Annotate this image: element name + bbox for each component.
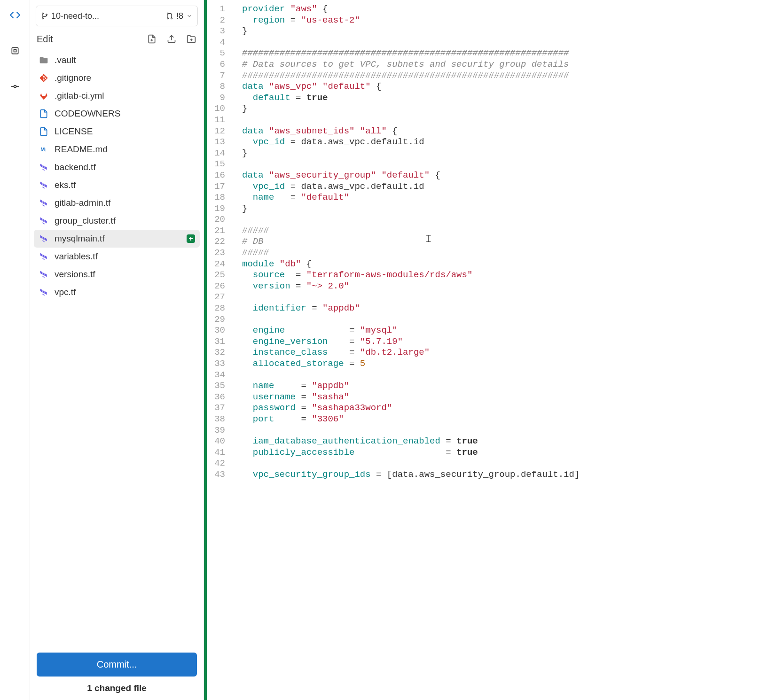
- file-item--gitignore[interactable]: .gitignore: [34, 69, 200, 87]
- line-number: 8: [207, 81, 225, 93]
- file-name: .vault: [55, 55, 76, 65]
- code-line[interactable]: [242, 370, 580, 381]
- code-line[interactable]: # Data sources to get VPC, subnets and s…: [242, 59, 580, 70]
- file-item-backend-tf[interactable]: backend.tf: [34, 158, 200, 176]
- tf-icon: [39, 251, 49, 262]
- md-icon: M↓: [39, 144, 49, 155]
- code-line[interactable]: [242, 425, 580, 436]
- commit-button[interactable]: Commit...: [37, 653, 197, 677]
- code-line[interactable]: name = "default": [242, 192, 580, 203]
- code-line[interactable]: vpc_security_group_ids = [data.aws_secur…: [242, 469, 580, 481]
- file-name: vpc.tf: [55, 287, 76, 297]
- code-line[interactable]: name = "appdb": [242, 381, 580, 392]
- file-item--vault[interactable]: .vault: [34, 51, 200, 69]
- line-number: 2: [207, 15, 225, 26]
- file-item-mysqlmain-tf[interactable]: mysqlmain.tf: [34, 230, 200, 248]
- line-number: 22: [207, 236, 225, 248]
- code-line[interactable]: }: [242, 203, 580, 215]
- line-number: 39: [207, 425, 225, 436]
- file-item-vpc-tf[interactable]: vpc.tf: [34, 283, 200, 301]
- line-number: 14: [207, 148, 225, 159]
- code-line[interactable]: source = "terraform-aws-modules/rds/aws": [242, 270, 580, 281]
- merge-request-id: !8: [176, 11, 183, 21]
- code-line[interactable]: password = "sashapa33word": [242, 403, 580, 414]
- code-line[interactable]: data "aws_subnet_ids" "all" {: [242, 126, 580, 137]
- code-line[interactable]: [242, 214, 580, 226]
- folder-icon: [39, 55, 49, 65]
- branch-icon: [41, 12, 48, 20]
- file-item-license[interactable]: LICENSE: [34, 123, 200, 140]
- file-item-eks-tf[interactable]: eks.tf: [34, 176, 200, 194]
- file-item-readme-md[interactable]: M↓README.md: [34, 140, 200, 158]
- upload-file-icon[interactable]: [167, 34, 177, 45]
- code-line[interactable]: data "aws_vpc" "default" {: [242, 81, 580, 93]
- file-item-group-cluster-tf[interactable]: group_cluster.tf: [34, 212, 200, 230]
- file-item-gitlab-admin-tf[interactable]: gitlab-admin.tf: [34, 194, 200, 212]
- code-line[interactable]: data "aws_security_group" "default" {: [242, 170, 580, 181]
- code-line[interactable]: engine = "mysql": [242, 325, 580, 336]
- review-icon[interactable]: [8, 44, 22, 57]
- file-name: CODEOWNERS: [55, 109, 120, 119]
- code-line[interactable]: provider "aws" {: [242, 4, 580, 15]
- file-item-versions-tf[interactable]: versions.tf: [34, 265, 200, 283]
- file-item--gitlab-ci-yml[interactable]: .gitlab-ci.yml: [34, 87, 200, 105]
- code-line[interactable]: ########################################…: [242, 48, 580, 59]
- line-number: 18: [207, 192, 225, 203]
- code-content[interactable]: provider "aws" { region = "us-east-2"} #…: [233, 0, 580, 700]
- code-line[interactable]: port = "3306": [242, 414, 580, 425]
- code-line[interactable]: username = "sasha": [242, 392, 580, 403]
- code-line[interactable]: }: [242, 148, 580, 159]
- code-line[interactable]: #####: [242, 248, 580, 259]
- tf-icon: [39, 233, 49, 244]
- code-line[interactable]: publicly_accessible = true: [242, 447, 580, 459]
- file-name: mysqlmain.tf: [55, 233, 105, 244]
- branch-name: 10-need-to...: [51, 11, 99, 21]
- code-line[interactable]: identifier = "appdb": [242, 303, 580, 314]
- line-number: 13: [207, 137, 225, 148]
- code-line[interactable]: region = "us-east-2": [242, 15, 580, 26]
- code-icon[interactable]: [8, 8, 22, 22]
- line-number: 9: [207, 93, 225, 104]
- code-line[interactable]: }: [242, 26, 580, 37]
- code-editor[interactable]: 1234567891011121314151617181920212223242…: [204, 0, 768, 700]
- line-number: 20: [207, 214, 225, 226]
- line-number: 15: [207, 159, 225, 170]
- code-line[interactable]: engine_version = "5.7.19": [242, 336, 580, 348]
- text-cursor-icon: 𝙸: [425, 232, 432, 245]
- tf-icon: [39, 269, 49, 280]
- file-name: backend.tf: [55, 162, 96, 172]
- code-line[interactable]: ########################################…: [242, 70, 580, 82]
- new-file-icon[interactable]: [147, 34, 157, 45]
- sidebar: 10-need-to... !8 Edit: [30, 0, 204, 700]
- tf-icon: [39, 198, 49, 208]
- code-line[interactable]: }: [242, 103, 580, 115]
- branch-selector[interactable]: 10-need-to... !8: [36, 6, 198, 26]
- code-line[interactable]: vpc_id = data.aws_vpc.default.id: [242, 181, 580, 193]
- tf-icon: [39, 180, 49, 190]
- code-line[interactable]: # DB: [242, 236, 580, 248]
- new-folder-icon[interactable]: [187, 34, 197, 45]
- file-name: README.md: [55, 144, 108, 155]
- file-name: .gitlab-ci.yml: [55, 91, 104, 101]
- code-line[interactable]: iam_database_authentication_enabled = tr…: [242, 436, 580, 447]
- file-item-codeowners[interactable]: CODEOWNERS: [34, 105, 200, 123]
- activity-rail: [0, 0, 30, 700]
- code-line[interactable]: allocated_storage = 5: [242, 358, 580, 370]
- code-line[interactable]: [242, 458, 580, 469]
- code-line[interactable]: instance_class = "db.t2.large": [242, 347, 580, 358]
- code-line[interactable]: [242, 115, 580, 126]
- code-line[interactable]: [242, 159, 580, 170]
- code-line[interactable]: [242, 314, 580, 326]
- tf-icon: [39, 162, 49, 172]
- code-line[interactable]: vpc_id = data.aws_vpc.default.id: [242, 137, 580, 148]
- file-item-variables-tf[interactable]: variables.tf: [34, 248, 200, 265]
- commit-graph-icon[interactable]: [8, 80, 22, 93]
- code-line[interactable]: #####: [242, 226, 580, 237]
- code-line[interactable]: default = true: [242, 93, 580, 104]
- code-line[interactable]: version = "~> 2.0": [242, 281, 580, 292]
- file-name: versions.tf: [55, 269, 95, 280]
- code-line[interactable]: [242, 292, 580, 303]
- code-line[interactable]: [242, 37, 580, 48]
- code-line[interactable]: module "db" {: [242, 259, 580, 270]
- svg-point-7: [46, 14, 47, 16]
